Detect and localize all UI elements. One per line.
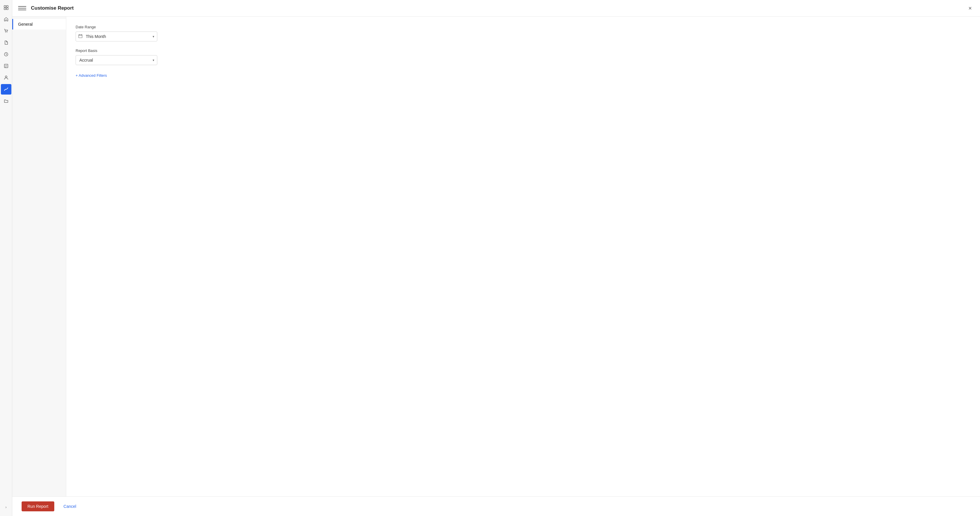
- sidebar-icon-report[interactable]: [1, 61, 11, 71]
- panel-header: Customise Report ×: [12, 0, 980, 17]
- sidebar-expand-button[interactable]: ›: [1, 502, 11, 513]
- svg-point-4: [5, 32, 6, 33]
- form-area: Date Range This Month Last Month This Qu…: [66, 17, 980, 497]
- close-button[interactable]: ×: [966, 4, 974, 12]
- panel-body: General Date Range This Month: [12, 17, 980, 497]
- svg-point-8: [5, 76, 7, 78]
- report-basis-select-wrapper: Accrual Cash ▾: [76, 55, 157, 65]
- sidebar-icon-folder[interactable]: [1, 96, 11, 106]
- svg-point-5: [7, 32, 7, 33]
- nav-item-general[interactable]: General: [12, 19, 66, 29]
- svg-rect-1: [6, 6, 8, 7]
- cancel-button[interactable]: Cancel: [59, 502, 81, 511]
- sidebar-icon-document[interactable]: [1, 37, 11, 48]
- advanced-filters-link[interactable]: + Advanced Filters: [76, 73, 107, 78]
- svg-rect-0: [4, 6, 6, 7]
- sidebar-icon-user[interactable]: [1, 72, 11, 83]
- report-basis-select[interactable]: Accrual Cash: [76, 55, 157, 65]
- sidebar: ›: [0, 0, 12, 516]
- sidebar-bottom: ›: [1, 502, 11, 516]
- report-basis-label: Report Basis: [76, 48, 970, 53]
- sidebar-icon-clock[interactable]: [1, 49, 11, 59]
- report-basis-group: Report Basis Accrual Cash ▾: [76, 48, 970, 65]
- sidebar-icon-shop[interactable]: [1, 25, 11, 36]
- sidebar-icon-home[interactable]: [1, 14, 11, 24]
- svg-rect-3: [6, 8, 8, 10]
- panel-title: Customise Report: [31, 5, 73, 11]
- sidebar-icon-dashboard[interactable]: [1, 2, 11, 13]
- date-range-label: Date Range: [76, 25, 970, 29]
- date-range-select[interactable]: This Month Last Month This Quarter Last …: [76, 32, 157, 41]
- sidebar-icon-chart[interactable]: [1, 84, 11, 94]
- panel-footer: Run Report Cancel: [12, 497, 980, 516]
- date-range-select-wrapper: This Month Last Month This Quarter Last …: [76, 32, 157, 41]
- svg-rect-2: [4, 8, 6, 10]
- main-panel: Customise Report × General Date Range: [12, 0, 980, 516]
- left-nav: General: [12, 17, 66, 497]
- hamburger-button[interactable]: [18, 4, 26, 12]
- run-report-button[interactable]: Run Report: [22, 502, 54, 511]
- date-range-group: Date Range This Month Last Month This Qu…: [76, 25, 970, 41]
